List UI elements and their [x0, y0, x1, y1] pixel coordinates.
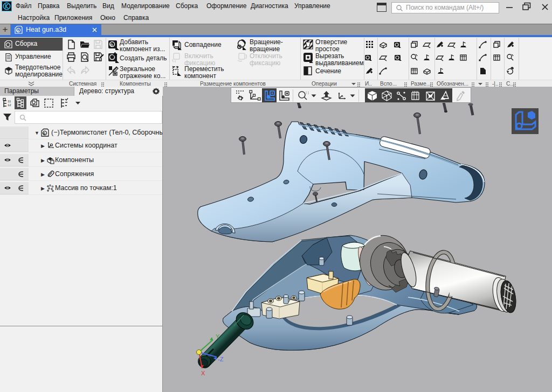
- svg-text:-Z: -Z: [218, 356, 224, 362]
- svg-text:Y: Y: [216, 333, 220, 340]
- svg-text:12: 12: [8, 103, 11, 107]
- svg-text:X: X: [201, 370, 205, 376]
- svg-text:11: 11: [8, 100, 11, 103]
